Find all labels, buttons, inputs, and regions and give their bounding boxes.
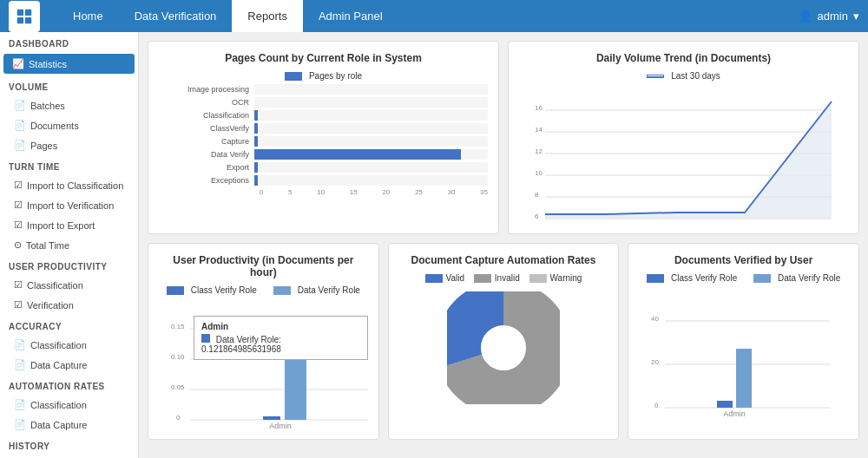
daily-volume-legend: Last 30 days: [519, 71, 848, 81]
main-content: Pages Count by Current Role in System Pa…: [139, 32, 868, 458]
sidebar-item-import-classification[interactable]: ☑ Import to Classification: [0, 175, 138, 195]
import-export-icon: ☑: [14, 219, 23, 231]
sidebar-item-auto-classification[interactable]: 📄 Classification: [0, 395, 138, 415]
prod-legend2-color: [273, 286, 291, 295]
navbar: Home Data Verification Reports Admin Pan…: [0, 0, 868, 32]
svg-rect-28: [263, 416, 280, 420]
import-verify-icon: ☑: [14, 200, 23, 211]
svg-rect-29: [285, 350, 306, 420]
sidebar-item-prod-verification[interactable]: ☑ Verification: [0, 295, 138, 315]
sidebar-acc-class-label: Classification: [30, 340, 87, 350]
hbar-track: [254, 84, 488, 95]
sidebar-item-pages[interactable]: 📄 Pages: [0, 135, 138, 155]
capture-invalid-label: Invalid: [495, 273, 520, 283]
tooltip-label: Data Verify Role: 0.121864985631968: [201, 335, 281, 354]
nav-admin-panel[interactable]: Admin Panel: [303, 0, 398, 32]
hbar-row: Image processing: [159, 84, 488, 95]
svg-text:10: 10: [535, 169, 542, 177]
hbar-x-tick: 5: [288, 188, 292, 196]
svg-text:0.05: 0.05: [171, 383, 185, 391]
user-productivity-chart: User Productivity (in Documents per hour…: [148, 243, 379, 440]
sidebar-acc-datacap-label: Data Capture: [30, 360, 87, 370]
nav-reports[interactable]: Reports: [232, 0, 303, 32]
nav-data-verification[interactable]: Data Verification: [119, 0, 233, 32]
svg-text:40: 40: [651, 315, 659, 323]
sidebar-item-acc-datacapture[interactable]: 📄 Data Capture: [0, 355, 138, 375]
svg-rect-3: [25, 16, 31, 23]
pie-chart-svg: [447, 291, 560, 404]
tooltip-icon: [201, 334, 210, 343]
svg-text:0.10: 0.10: [171, 353, 185, 361]
hbar-x-tick: 30: [447, 188, 455, 196]
sidebar-total-time-label: Total Time: [26, 240, 69, 251]
nav-home[interactable]: Home: [57, 0, 119, 32]
user-productivity-legend: Class Verify Role Data Verify Role: [159, 285, 368, 295]
user-productivity-title: User Productivity (in Documents per hour…: [159, 254, 368, 278]
prod-legend1-label: Class Verify Role: [191, 285, 257, 295]
sidebar-item-import-verification[interactable]: ☑ Import to Verification: [0, 195, 138, 215]
svg-text:12: 12: [535, 147, 542, 155]
auto-datacap-icon: 📄: [14, 419, 26, 430]
acc-datacap-icon: 📄: [14, 359, 26, 370]
docs-verified-title: Documents Verified by User: [639, 254, 848, 266]
sidebar-item-documents[interactable]: 📄 Documents: [0, 115, 138, 135]
hbar-row: ClassVerify: [159, 123, 488, 134]
tooltip-title: Admin: [201, 322, 360, 331]
sidebar-import-verify-label: Import to Verification: [27, 200, 114, 211]
svg-text:Admin: Admin: [269, 422, 292, 429]
hbar-row: Classification: [159, 110, 488, 121]
sidebar-prod-class-label: Classification: [27, 280, 83, 291]
sidebar-item-batches[interactable]: 📄 Batches: [0, 95, 138, 115]
user-menu[interactable]: 👤 admin ▾: [799, 10, 859, 23]
svg-text:20: 20: [651, 358, 659, 366]
sidebar-item-acc-classification[interactable]: 📄 Classification: [0, 335, 138, 355]
sidebar-batches-label: Batches: [30, 101, 65, 111]
sidebar-turntime-title: TURN TIME: [0, 155, 138, 175]
svg-text:8: 8: [535, 191, 539, 199]
svg-text:20/04/2020: 20/04/2020: [658, 221, 694, 223]
prod-class-icon: ☑: [14, 279, 23, 291]
svg-text:14/04/2020: 14/04/2020: [528, 221, 563, 223]
sidebar: DASHBOARD 📈 Statistics VOLUME 📄 Batches …: [0, 32, 139, 458]
tooltip-body: Data Verify Role: 0.121864985631968: [201, 334, 360, 354]
hbar-track: [254, 110, 488, 121]
svg-rect-39: [717, 401, 733, 408]
hbar-fill: [254, 110, 258, 121]
capture-warning-color: [529, 274, 547, 283]
documents-icon: 📄: [14, 120, 26, 131]
svg-text:0: 0: [176, 414, 181, 422]
sidebar-item-total-time[interactable]: ⊙ Total Time: [0, 235, 138, 255]
sidebar-item-statistics[interactable]: 📈 Statistics: [3, 54, 135, 74]
hbar-x-tick: 0: [260, 188, 263, 196]
sidebar-item-prod-classification[interactable]: ☑ Classification: [0, 275, 138, 295]
user-icon: 👤: [799, 10, 812, 23]
sidebar-item-import-export[interactable]: ☑ Import to Export: [0, 215, 138, 235]
sidebar-automation-title: AUTOMATION RATES: [0, 375, 138, 395]
docs-legend1-color: [647, 274, 664, 283]
svg-rect-0: [17, 9, 23, 15]
prod-verify-icon: ☑: [14, 299, 23, 311]
bottom-row: User Productivity (in Documents per hour…: [148, 243, 859, 440]
daily-volume-svg: 6 8 10 12 14 16: [519, 84, 848, 223]
docs-legend1-label: Class Verify Role: [671, 273, 737, 283]
capture-legend: Valid Invalid Warning: [399, 273, 608, 283]
prod-legend1-color: [167, 286, 184, 295]
statistics-icon: 📈: [12, 58, 24, 69]
hbar-x-tick: 25: [415, 188, 423, 196]
hbar-track: [254, 175, 488, 186]
docs-legend2-color: [753, 274, 771, 283]
hbar-row: Export: [159, 162, 488, 173]
pages-count-legend: Pages by role: [159, 71, 488, 81]
svg-text:Admin: Admin: [724, 409, 746, 416]
hbar-label: Capture: [159, 137, 254, 146]
user-productivity-area: Admin Data Verify Role: 0.12186498563196…: [159, 298, 368, 429]
svg-rect-1: [25, 9, 31, 15]
svg-rect-40: [736, 349, 752, 408]
hbar-fill: [254, 175, 258, 186]
svg-text:23/04/2020: 23/04/2020: [797, 221, 832, 223]
hbar-fill: [254, 149, 461, 160]
hbar-row: OCR: [159, 97, 488, 108]
hbar-x-tick: 35: [480, 188, 488, 196]
sidebar-item-auto-datacapture[interactable]: 📄 Data Capture: [0, 415, 138, 435]
sidebar-history-title: HISTORY: [0, 435, 138, 455]
